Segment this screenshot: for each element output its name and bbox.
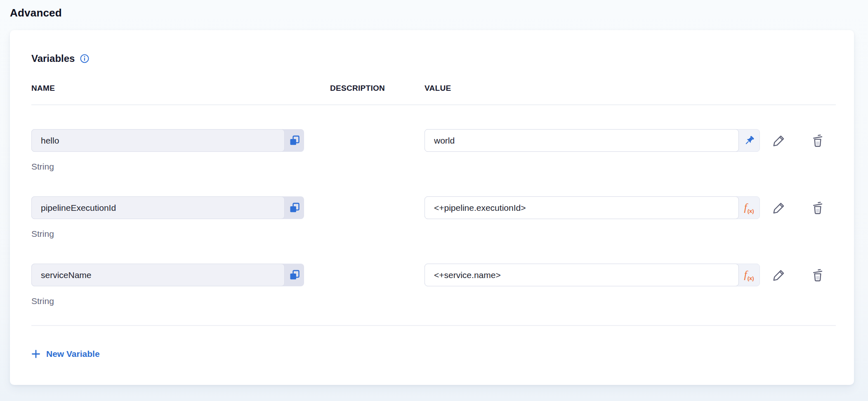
variable-description-cell <box>304 129 425 152</box>
table-column-headers: NAME DESCRIPTION VALUE <box>31 84 836 93</box>
variable-value-group: f(x) <box>425 196 760 219</box>
new-variable-button[interactable]: New Variable <box>31 349 100 359</box>
pin-icon <box>743 134 755 147</box>
variable-value-input[interactable] <box>425 264 739 286</box>
trash-icon[interactable] <box>810 268 825 283</box>
column-header-value: VALUE <box>425 84 836 93</box>
variable-name-input[interactable] <box>31 264 285 286</box>
new-variable-label: New Variable <box>46 349 100 359</box>
variables-list: f(x) <box>31 129 836 306</box>
variable-value-input[interactable] <box>425 196 739 219</box>
variable-name-group <box>31 264 304 286</box>
variable-value-input[interactable] <box>425 129 739 152</box>
variable-name-group <box>31 129 304 152</box>
variable-description-cell <box>304 196 425 219</box>
column-header-name: NAME <box>31 84 330 93</box>
pencil-icon[interactable] <box>771 200 786 215</box>
variable-row: f(x) <box>31 196 836 239</box>
variable-type-label: String <box>31 296 836 306</box>
variable-value-group: f(x) <box>425 129 760 152</box>
variable-value-group: f(x) <box>425 264 760 286</box>
variables-card: Variables NAME DESCRIPTION VALUE <box>10 30 854 385</box>
variable-type-label: String <box>31 162 836 172</box>
copy-icon[interactable] <box>285 129 304 152</box>
variable-description-cell <box>304 264 425 286</box>
copy-icon[interactable] <box>285 196 304 219</box>
variable-row: f(x) <box>31 264 836 306</box>
variable-name-input[interactable] <box>31 129 285 152</box>
list-bottom-divider <box>31 325 836 326</box>
column-header-description: DESCRIPTION <box>330 84 425 93</box>
pencil-icon[interactable] <box>771 268 786 283</box>
variables-title: Variables <box>31 53 75 64</box>
fx-icon: f(x) <box>744 202 754 214</box>
variable-row: f(x) <box>31 129 836 172</box>
pencil-icon[interactable] <box>771 133 786 148</box>
variable-name-input[interactable] <box>31 196 285 219</box>
value-type-selector[interactable]: f(x) <box>738 130 760 151</box>
plus-icon <box>31 349 40 359</box>
trash-icon[interactable] <box>810 133 825 148</box>
variables-header: Variables <box>31 52 836 65</box>
fx-icon: f(x) <box>744 269 754 281</box>
header-divider <box>31 104 836 105</box>
value-type-selector[interactable]: f(x) <box>738 264 760 286</box>
copy-icon[interactable] <box>285 264 304 286</box>
value-type-selector[interactable]: f(x) <box>738 197 760 219</box>
page-title: Advanced <box>10 7 62 19</box>
trash-icon[interactable] <box>810 200 825 215</box>
variable-type-label: String <box>31 229 836 239</box>
variable-name-group <box>31 196 304 219</box>
info-icon[interactable] <box>80 54 90 64</box>
